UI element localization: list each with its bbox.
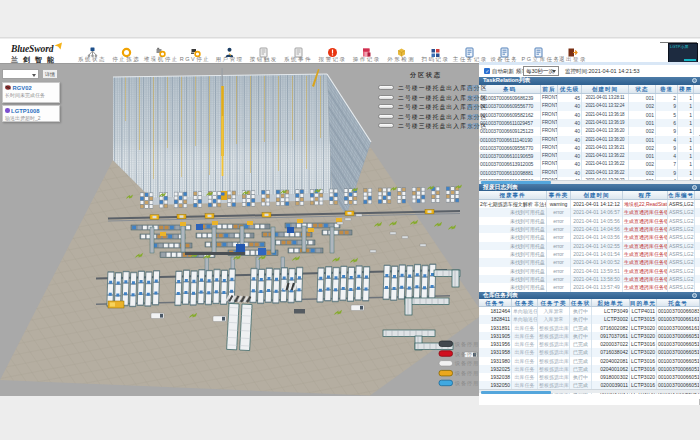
- svg-text:设备停用: 设备停用: [454, 360, 479, 367]
- svg-text:设备停用: 设备停用: [454, 351, 479, 358]
- svg-text:设备停用: 设备停用: [454, 370, 479, 377]
- svg-text:设备停用: 设备停用: [454, 380, 479, 387]
- svg-text:设备停用: 设备停用: [454, 341, 479, 348]
